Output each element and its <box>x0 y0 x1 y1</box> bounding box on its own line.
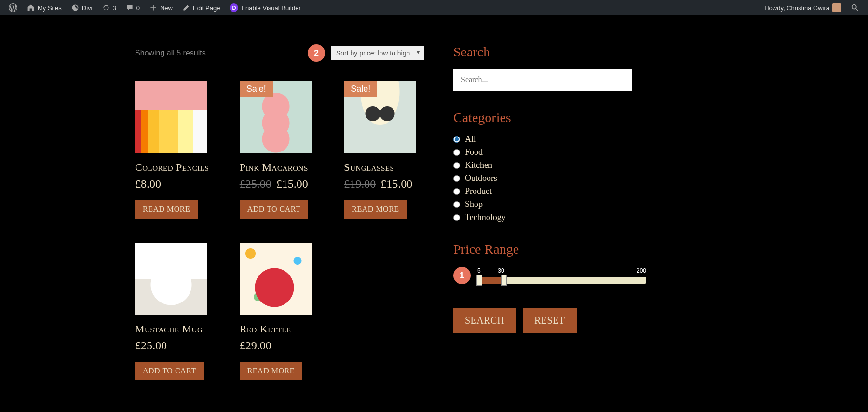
category-radio[interactable] <box>453 214 460 221</box>
admin-my-sites-label: My Sites <box>38 4 62 12</box>
product-price: £29.00 <box>240 339 320 352</box>
slider-handle-low[interactable] <box>476 275 482 286</box>
slider-handle-high[interactable] <box>501 275 507 286</box>
category-item[interactable]: All <box>453 134 646 144</box>
product-action-button[interactable]: READ MORE <box>135 200 198 219</box>
wp-admin-bar: My Sites Divi 3 0 New Edit Page D Enable… <box>0 0 868 15</box>
category-label: Product <box>465 186 492 196</box>
product-image[interactable] <box>240 243 312 315</box>
admin-visual-builder[interactable]: D Enable Visual Builder <box>225 3 305 12</box>
category-radio[interactable] <box>453 175 460 182</box>
category-label: Shop <box>465 199 483 209</box>
admin-edit-page-label: Edit Page <box>193 4 220 12</box>
product-action-button[interactable]: READ MORE <box>240 362 302 380</box>
category-item[interactable]: Food <box>453 147 646 157</box>
category-label: Outdoors <box>465 173 497 183</box>
category-item[interactable]: Product <box>453 186 646 196</box>
home-icon <box>27 4 35 12</box>
refresh-icon <box>102 4 110 12</box>
sort-select[interactable]: Sort by price: low to high <box>331 46 424 60</box>
product-price: £8.00 <box>135 178 216 191</box>
product-title: Colored Pencils <box>135 161 216 174</box>
categories-widget-title: Categories <box>453 110 646 125</box>
admin-my-sites[interactable]: My Sites <box>22 4 67 12</box>
category-item[interactable]: Technology <box>453 212 646 222</box>
category-item[interactable]: Shop <box>453 199 646 209</box>
product-action-button[interactable]: ADD TO CART <box>135 362 204 380</box>
price-lo-label: 30 <box>498 267 504 274</box>
search-icon <box>851 3 859 12</box>
divi-icon: D <box>230 3 238 12</box>
product-image[interactable]: Sale! <box>240 81 312 153</box>
admin-greeting-text: Howdy, Christina Gwira <box>764 4 829 12</box>
category-item[interactable]: Kitchen <box>453 160 646 170</box>
product-action-button[interactable]: ADD TO CART <box>240 200 309 219</box>
product-action-button[interactable]: READ MORE <box>344 200 407 219</box>
filter-search-button[interactable]: SEARCH <box>453 308 516 333</box>
product-price: £25.00£15.00 <box>240 178 320 191</box>
category-radio[interactable] <box>453 136 460 143</box>
wordpress-icon <box>9 3 17 12</box>
product-image[interactable]: Sale! <box>344 81 416 153</box>
sale-badge: Sale! <box>344 81 377 97</box>
category-label: All <box>465 134 476 144</box>
category-radio[interactable] <box>453 188 460 195</box>
sale-badge: Sale! <box>240 81 273 97</box>
product-listing: Showing all 5 results 2 Sort by price: l… <box>135 44 424 380</box>
pencil-icon <box>182 4 190 12</box>
product-card[interactable]: Sale! Pink Macarons £25.00£15.00 ADD TO … <box>240 81 320 219</box>
admin-new-label: New <box>160 4 173 12</box>
filter-sidebar: Search Categories AllFoodKitchenOutdoors… <box>453 44 646 380</box>
filter-reset-button[interactable]: RESET <box>523 308 577 333</box>
comment-icon <box>126 4 134 12</box>
product-card[interactable]: Red Kettle £29.00 READ MORE <box>240 243 320 380</box>
product-title: Red Kettle <box>240 323 320 335</box>
admin-site-name[interactable]: Divi <box>67 4 97 12</box>
admin-comments[interactable]: 0 <box>121 4 145 12</box>
admin-new[interactable]: New <box>145 4 177 12</box>
avatar <box>832 3 841 12</box>
product-price: £19.00£15.00 <box>344 178 424 191</box>
category-radio[interactable] <box>453 162 460 169</box>
price-max-label: 200 <box>637 267 646 274</box>
product-image[interactable] <box>135 243 207 315</box>
product-price: £25.00 <box>135 339 216 352</box>
admin-site-label: Divi <box>82 4 93 12</box>
results-count: Showing all 5 results <box>135 49 206 57</box>
product-title: Pink Macarons <box>240 161 320 174</box>
category-radio[interactable] <box>453 149 460 156</box>
plus-icon <box>149 4 157 12</box>
product-title: Sunglasses <box>344 161 424 174</box>
product-card[interactable]: Mustache Mug £25.00 ADD TO CART <box>135 243 216 380</box>
product-title: Mustache Mug <box>135 323 216 335</box>
price-range-widget-title: Price Range <box>453 242 646 257</box>
category-label: Food <box>465 147 483 157</box>
admin-comments-count: 0 <box>136 4 140 12</box>
annotation-badge-2: 2 <box>308 44 325 62</box>
admin-user-greeting[interactable]: Howdy, Christina Gwira <box>760 3 846 12</box>
wp-logo[interactable] <box>4 3 22 12</box>
category-radio[interactable] <box>453 201 460 208</box>
product-card[interactable]: Colored Pencils £8.00 READ MORE <box>135 81 216 219</box>
price-slider[interactable]: 5 30 200 <box>477 267 646 284</box>
annotation-badge-1: 1 <box>453 267 471 284</box>
gauge-icon <box>71 4 79 12</box>
category-label: Kitchen <box>465 160 492 170</box>
category-label: Technology <box>465 212 506 222</box>
admin-updates-count: 3 <box>113 4 116 12</box>
product-image[interactable] <box>135 81 207 153</box>
product-card[interactable]: Sale! Sunglasses £19.00£15.00 READ MORE <box>344 81 424 219</box>
admin-updates[interactable]: 3 <box>97 4 121 12</box>
search-widget-title: Search <box>453 44 646 60</box>
category-item[interactable]: Outdoors <box>453 173 646 183</box>
admin-search[interactable] <box>846 3 864 12</box>
admin-visual-builder-label: Enable Visual Builder <box>241 4 300 12</box>
price-min-label: 5 <box>477 267 481 274</box>
search-input[interactable] <box>453 69 632 91</box>
admin-edit-page[interactable]: Edit Page <box>177 4 225 12</box>
